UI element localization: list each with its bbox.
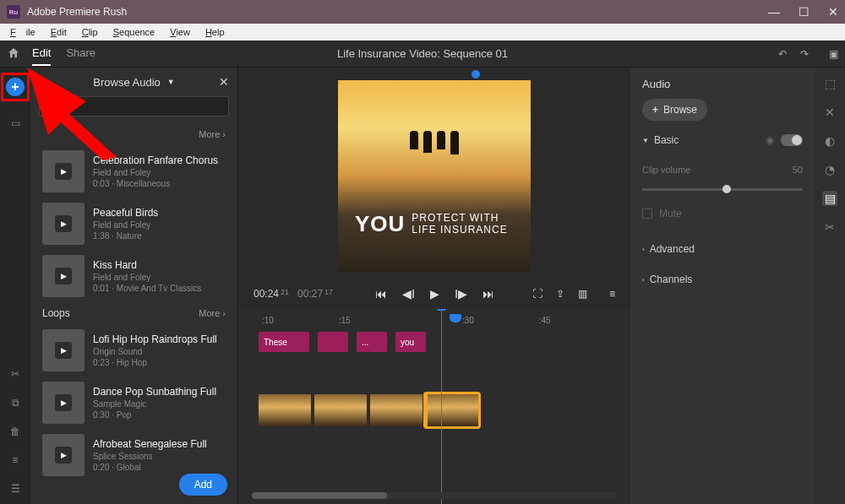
list-icon[interactable]: ☰ bbox=[8, 482, 22, 496]
volume-slider[interactable] bbox=[642, 188, 803, 191]
tab-share[interactable]: Share bbox=[66, 41, 95, 66]
app-title: Adobe Premiere Rush bbox=[27, 6, 127, 18]
add-media-button[interactable]: + bbox=[6, 78, 25, 96]
timeline-scrollbar[interactable] bbox=[252, 492, 617, 499]
undo-icon[interactable]: ↶ bbox=[778, 48, 787, 60]
scrollbar-thumb[interactable] bbox=[252, 492, 387, 499]
audio-thumb: ▶ bbox=[42, 329, 84, 371]
play-icon[interactable]: ▶ bbox=[430, 287, 439, 301]
audio-item[interactable]: ▶ Dance Pop Sunbathing FullSample Magic0… bbox=[37, 377, 231, 429]
timeline[interactable]: :10 :15 :30 :45 These ... you bbox=[238, 309, 630, 504]
app-logo: Ru bbox=[7, 5, 20, 19]
video-clip[interactable] bbox=[370, 394, 422, 426]
transport-bar: 00:2421 00:2717 ⏮ ◀Ⅰ ▶ Ⅰ▶ ⏭ ⛶ ⇪ ▥ ≡ bbox=[238, 279, 630, 309]
menu-clip[interactable]: Clip bbox=[77, 25, 103, 39]
preview-frame[interactable]: YOU PROTECT WITHLIFE INSURANCE bbox=[338, 80, 531, 273]
go-end-icon[interactable]: ⏭ bbox=[482, 287, 494, 301]
audio-item[interactable]: ▶ Peaceful BirdsField and Foley1:38 · Na… bbox=[37, 198, 231, 250]
speed-icon[interactable]: ◔ bbox=[822, 162, 837, 177]
play-icon[interactable]: ▶ bbox=[55, 394, 72, 411]
audio-icon[interactable]: ▤ bbox=[822, 191, 837, 206]
selection-edge[interactable] bbox=[426, 394, 428, 426]
chevron-right-icon[interactable]: › bbox=[642, 246, 645, 253]
step-back-icon[interactable]: ◀Ⅰ bbox=[402, 287, 415, 301]
search-input[interactable] bbox=[39, 96, 229, 117]
add-button[interactable]: Add bbox=[179, 474, 227, 496]
minimize-button[interactable]: — bbox=[768, 5, 780, 19]
color-icon[interactable]: ◐ bbox=[822, 133, 837, 149]
basic-label: Basic bbox=[654, 134, 679, 146]
audio-thumb: ▶ bbox=[42, 382, 84, 424]
export-icon[interactable]: ⇪ bbox=[556, 288, 564, 300]
fullscreen-icon[interactable]: ⛶ bbox=[532, 288, 542, 300]
basic-toggle[interactable] bbox=[781, 134, 803, 146]
project-icon[interactable]: ▭ bbox=[8, 117, 22, 130]
text-clip[interactable] bbox=[318, 332, 348, 352]
audio-item[interactable]: ▶ Kiss HardField and Foley0:01 · Movie A… bbox=[37, 250, 231, 302]
time-ruler[interactable]: :10 :15 :30 :45 bbox=[250, 316, 619, 325]
right-rail: ⬚ ✕ ◐ ◔ ▤ ✂ bbox=[815, 68, 845, 504]
menu-sequence[interactable]: Sequence bbox=[108, 25, 161, 39]
comment-icon[interactable]: ▣ bbox=[829, 48, 838, 60]
text-clip[interactable]: you bbox=[395, 332, 426, 352]
step-forward-icon[interactable]: Ⅰ▶ bbox=[455, 287, 467, 301]
advanced-label[interactable]: Advanced bbox=[650, 243, 695, 255]
close-button[interactable]: ✕ bbox=[828, 5, 838, 19]
scissors-icon[interactable]: ✂ bbox=[8, 367, 22, 381]
tab-edit[interactable]: Edit bbox=[32, 41, 51, 66]
sequence-title: Life Insurance Video: Sequence 01 bbox=[337, 47, 508, 60]
topbar: Edit Share Life Insurance Video: Sequenc… bbox=[0, 41, 845, 68]
browse-button[interactable]: +Browse bbox=[642, 99, 707, 121]
play-icon[interactable]: ▶ bbox=[55, 342, 72, 359]
channels-label[interactable]: Channels bbox=[650, 274, 693, 285]
close-panel-icon[interactable]: ✕ bbox=[219, 75, 229, 89]
titles-icon[interactable]: ⬚ bbox=[822, 76, 837, 91]
trash-icon[interactable]: 🗑 bbox=[8, 425, 22, 438]
menu-view[interactable]: View bbox=[165, 25, 195, 39]
audio-thumb: ▶ bbox=[42, 203, 84, 245]
maximize-button[interactable]: ☐ bbox=[799, 5, 810, 19]
crop-icon[interactable]: ✂ bbox=[822, 219, 837, 235]
menu-dots-icon[interactable]: ≡ bbox=[609, 288, 615, 300]
chevron-down-icon[interactable]: ▼ bbox=[642, 137, 649, 144]
text-clip[interactable]: ... bbox=[357, 332, 387, 352]
playhead[interactable] bbox=[441, 309, 442, 504]
slider-knob[interactable] bbox=[722, 185, 731, 193]
chevron-down-icon[interactable]: ▼ bbox=[167, 78, 175, 86]
home-icon[interactable] bbox=[7, 46, 22, 62]
more-link[interactable]: More › bbox=[199, 308, 226, 318]
audio-item[interactable]: ▶ Lofi Hip Hop Raindrops FullOrigin Soun… bbox=[37, 324, 231, 377]
add-media-highlight: + bbox=[1, 73, 30, 101]
more-link[interactable]: More › bbox=[199, 129, 226, 139]
menu-help[interactable]: Help bbox=[200, 25, 230, 39]
section-loops: Loops bbox=[42, 307, 70, 319]
duplicate-icon[interactable]: ⧉ bbox=[8, 396, 22, 409]
video-clip-selected[interactable] bbox=[426, 394, 478, 426]
eye-icon[interactable]: ◉ bbox=[766, 134, 774, 146]
preview-monitor: YOU PROTECT WITHLIFE INSURANCE bbox=[238, 68, 630, 279]
browse-title[interactable]: Browse Audio bbox=[93, 76, 161, 89]
mute-checkbox[interactable] bbox=[642, 209, 652, 219]
layout-icon[interactable]: ▥ bbox=[578, 288, 587, 300]
play-icon[interactable]: ▶ bbox=[55, 215, 72, 232]
video-clip[interactable] bbox=[314, 394, 367, 426]
redo-icon[interactable]: ↷ bbox=[800, 48, 809, 60]
play-icon[interactable]: ▶ bbox=[55, 268, 72, 285]
center-area: YOU PROTECT WITHLIFE INSURANCE 00:2421 0… bbox=[238, 68, 630, 504]
marker-dot[interactable] bbox=[472, 70, 480, 79]
menu-file[interactable]: File bbox=[5, 25, 41, 39]
mute-label: Mute bbox=[659, 208, 682, 219]
chevron-right-icon[interactable]: › bbox=[642, 276, 645, 284]
playhead-handle[interactable] bbox=[450, 314, 461, 322]
text-clip[interactable]: These bbox=[259, 332, 309, 352]
play-icon[interactable]: ▶ bbox=[55, 163, 72, 180]
video-clip[interactable] bbox=[259, 394, 311, 426]
transitions-icon[interactable]: ✕ bbox=[822, 105, 837, 120]
audio-item[interactable]: ▶ Celebration Fanfare ChorusField and Fo… bbox=[37, 145, 231, 198]
tracks-icon[interactable]: ≡ bbox=[8, 453, 22, 467]
titlebar: Ru Adobe Premiere Rush — ☐ ✕ bbox=[0, 0, 845, 24]
go-start-icon[interactable]: ⏮ bbox=[375, 287, 387, 301]
play-icon[interactable]: ▶ bbox=[55, 447, 72, 463]
menu-edit[interactable]: Edit bbox=[46, 25, 72, 39]
video-track bbox=[250, 394, 619, 426]
